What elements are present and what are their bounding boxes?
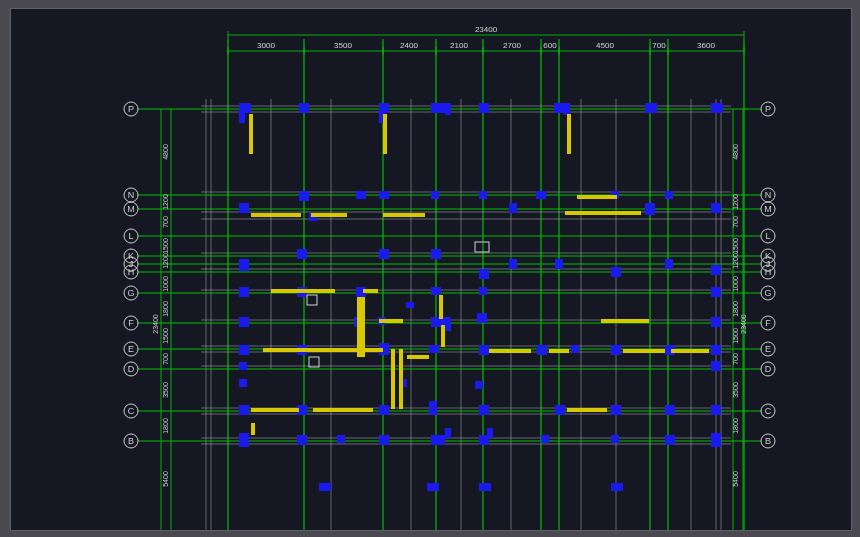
grid-bubble-label: G [127,288,134,298]
svg-rect-205 [363,289,378,293]
svg-text:4500: 4500 [596,41,614,50]
grid-bubble-label: F [128,318,134,328]
svg-rect-178 [239,433,249,447]
left-dim-chain: 4800 1200 700 1500 1200 1000 1800 23400 … [152,109,171,530]
svg-rect-200 [311,213,347,217]
svg-rect-199 [251,213,301,217]
svg-rect-214 [489,349,531,353]
svg-rect-190 [319,483,331,491]
svg-rect-224 [475,242,489,252]
svg-text:2100: 2100 [450,41,468,50]
svg-rect-116 [711,103,723,113]
svg-text:1200: 1200 [162,194,169,210]
svg-rect-215 [549,349,569,353]
svg-rect-188 [665,435,675,445]
svg-rect-209 [601,319,649,323]
svg-rect-217 [671,349,709,353]
svg-rect-179 [297,435,307,445]
svg-text:1200: 1200 [732,253,739,269]
svg-rect-170 [239,405,249,415]
svg-rect-195 [383,114,387,154]
svg-rect-146 [239,317,249,327]
top-dim-total: 23400 [228,25,744,39]
svg-rect-187 [611,435,619,443]
svg-text:1000: 1000 [732,276,739,292]
grid-bubble-label: C [128,406,135,416]
svg-rect-164 [239,362,247,370]
svg-rect-197 [577,195,617,199]
svg-rect-132 [297,249,307,259]
svg-rect-140 [711,265,721,275]
svg-rect-186 [541,435,549,443]
svg-rect-169 [475,381,483,389]
svg-rect-124 [509,203,517,213]
svg-rect-117 [239,203,249,213]
svg-rect-208 [379,319,403,323]
svg-rect-213 [407,355,429,359]
svg-rect-221 [251,423,255,435]
svg-text:3500: 3500 [162,382,169,398]
svg-rect-111 [445,103,451,115]
svg-rect-138 [611,267,621,277]
svg-text:23400: 23400 [152,314,159,334]
svg-rect-118 [299,191,309,201]
svg-rect-220 [567,408,607,412]
svg-rect-192 [479,483,491,491]
svg-rect-165 [711,361,721,371]
svg-rect-168 [429,401,437,415]
grid-bubble-label: C [765,406,772,416]
svg-rect-145 [711,287,721,297]
svg-rect-189 [711,433,721,447]
svg-text:1800: 1800 [162,418,169,434]
svg-text:3500: 3500 [732,382,739,398]
grid-bubble-label: P [128,104,134,114]
svg-rect-128 [665,191,673,199]
svg-rect-212 [399,349,403,409]
svg-rect-152 [477,313,487,323]
svg-text:3600: 3600 [697,41,715,50]
svg-rect-181 [379,435,389,445]
svg-rect-137 [555,259,563,269]
svg-text:1200: 1200 [732,194,739,210]
svg-rect-163 [711,345,721,355]
svg-rect-159 [537,345,547,355]
secondary-vertical-lines [206,99,721,530]
grid-bubble-label: L [128,231,133,241]
grid-bubble-label: H [765,267,772,277]
svg-rect-122 [431,191,439,199]
svg-text:700: 700 [652,41,666,50]
svg-text:1800: 1800 [162,301,169,317]
svg-text:5400: 5400 [162,471,169,487]
svg-rect-172 [379,405,389,415]
svg-text:3000: 3000 [257,41,275,50]
cad-viewport[interactable]: 23400 3000 3500 2400 2100 2700 600 4500 … [10,8,852,531]
svg-text:600: 600 [543,41,557,50]
svg-rect-139 [665,259,673,269]
svg-text:2400: 2400 [400,41,418,50]
svg-rect-223 [309,357,319,367]
svg-text:700: 700 [162,216,169,228]
svg-text:1500: 1500 [162,238,169,254]
svg-rect-216 [623,349,665,353]
svg-rect-113 [554,103,564,113]
svg-rect-180 [337,435,345,443]
svg-text:1500: 1500 [732,238,739,254]
svg-rect-143 [431,287,441,295]
grid-bubble-label: D [765,364,772,374]
svg-rect-219 [313,408,373,412]
grid-bubble-label: F [765,318,771,328]
svg-rect-202 [271,289,335,293]
svg-rect-173 [479,405,489,415]
secondary-horizontal-lines [201,106,731,444]
svg-rect-121 [379,191,389,199]
svg-rect-207 [441,325,445,347]
svg-rect-201 [383,213,425,217]
svg-rect-206 [439,295,443,319]
svg-text:1500: 1500 [732,328,739,344]
grid-bubble-label: D [128,364,135,374]
top-dim-ticks: 3000 3500 2400 2100 2700 600 4500 700 36… [228,41,744,55]
svg-rect-198 [565,211,641,215]
svg-rect-191 [427,483,439,491]
grid-bubble-label: B [128,436,134,446]
svg-rect-114 [564,103,570,115]
